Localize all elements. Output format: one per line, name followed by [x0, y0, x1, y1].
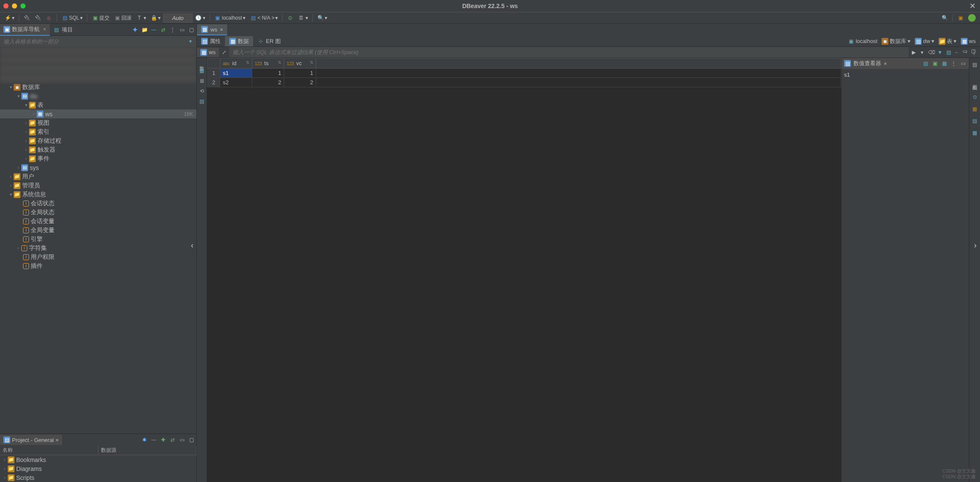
minimize-editor-icon[interactable]: ▭: [961, 48, 968, 55]
cell-ts[interactable]: 1: [252, 69, 284, 78]
splitter-right-icon[interactable]: ›: [974, 241, 977, 250]
tree-conn-blur-1[interactable]: [0, 47, 196, 56]
record-view-icon[interactable]: ⊞: [199, 77, 205, 84]
collapse-icon[interactable]: —: [150, 26, 157, 33]
disconnect-button[interactable]: 🔌: [33, 14, 43, 22]
col-datasource[interactable]: 数据源: [98, 446, 197, 455]
breadcrumb-tables[interactable]: 📁表 ▾: [937, 37, 958, 46]
metadata-toggle-icon[interactable]: ▦: [971, 129, 979, 137]
filter-dropdown-icon[interactable]: ▾: [919, 49, 925, 56]
grid-mode-text-button[interactable]: 短文: [199, 60, 205, 64]
tree-item-charsets[interactable]: ›i字符集: [0, 244, 196, 252]
cell-id[interactable]: s2: [220, 78, 252, 87]
sub-tab-er[interactable]: ⊹ER 图: [253, 36, 285, 46]
restore-pane-icon[interactable]: ▢: [188, 26, 195, 33]
link-icon[interactable]: ⇄: [169, 436, 176, 443]
col-name[interactable]: 名称: [0, 446, 98, 455]
grouping-toggle-icon[interactable]: ▤: [971, 117, 979, 125]
sort-icon[interactable]: ⇅: [310, 60, 313, 65]
tab-project[interactable]: ▤ 项目: [50, 24, 76, 35]
tree-conn-blur-3[interactable]: [0, 65, 196, 74]
apply-filter-icon[interactable]: ▶: [910, 49, 917, 56]
tree-item-admin[interactable]: ›📁管理员: [0, 181, 196, 190]
tree-item-procedures[interactable]: ›📁存储过程: [0, 136, 196, 145]
tree-item-global-vars[interactable]: i全局变量: [0, 226, 196, 235]
calc-toggle-icon[interactable]: ▦: [971, 105, 979, 113]
commit-button[interactable]: ▣提交: [90, 14, 111, 23]
minimize-window-button[interactable]: [12, 3, 17, 9]
new-connection-button[interactable]: ⚡▾: [3, 14, 16, 22]
cell-vc[interactable]: 1: [284, 69, 316, 78]
col-header-ts[interactable]: 123 ts⇅: [252, 58, 284, 69]
search-icon[interactable]: 🔍▾: [315, 14, 329, 22]
grid-view-icon[interactable]: ▦: [199, 67, 205, 74]
sql-table-badge[interactable]: ▦ws: [197, 48, 219, 57]
tree-item-indexes[interactable]: ›📁索引: [0, 127, 196, 136]
close-icon[interactable]: ✕: [969, 1, 976, 11]
vp-refresh-icon[interactable]: ▦: [941, 60, 948, 67]
vp-text-icon[interactable]: ▤: [922, 60, 929, 67]
folder-icon[interactable]: 📁: [141, 26, 148, 33]
project-scripts[interactable]: ›📁Scripts: [0, 473, 196, 482]
tree-conn-blur-4[interactable]: [0, 74, 196, 83]
project-diagrams[interactable]: ›📁Diagrams: [0, 464, 196, 473]
splitter-left-icon[interactable]: ‹: [191, 241, 193, 250]
connect-button[interactable]: 🔌: [22, 14, 32, 22]
breadcrumb-databases[interactable]: ▣数据库 ▾: [880, 37, 912, 46]
sub-tab-props[interactable]: ▤属性: [197, 36, 225, 46]
vp-menu-icon[interactable]: ⋮: [950, 60, 957, 67]
tree-item-users[interactable]: ›📁用户: [0, 172, 196, 181]
panels-toggle-icon[interactable]: ▤: [971, 60, 979, 69]
save-filter-icon[interactable]: ▤: [945, 49, 952, 56]
tree-item-user-privs[interactable]: i用户权限: [0, 252, 196, 261]
project-bookmarks[interactable]: ›📁Bookmarks: [0, 455, 196, 464]
breadcrumb-connection[interactable]: ▣localhost: [846, 37, 879, 46]
perspective-db-icon[interactable]: ▣: [955, 14, 966, 22]
breadcrumb-ws[interactable]: ▦ws: [959, 37, 977, 46]
tree-item-sys[interactable]: ›▤sys: [0, 163, 196, 172]
table-row[interactable]: 1 s1 1 1: [208, 69, 841, 78]
maximize-window-button[interactable]: [20, 3, 26, 9]
custom-filter-icon[interactable]: ▼: [937, 49, 943, 56]
tree-item-events[interactable]: ›📁事件: [0, 154, 196, 163]
dashboard-button[interactable]: ⊙: [285, 14, 295, 22]
tree-item-ws[interactable]: ›▦ws16K: [0, 109, 196, 118]
lock-button[interactable]: 🔒▾: [149, 14, 162, 22]
sql-filter-input[interactable]: [229, 47, 908, 57]
panels-icon[interactable]: ▤: [199, 98, 205, 105]
cell-ts[interactable]: 2: [252, 78, 284, 87]
cell-id[interactable]: s1: [220, 69, 252, 78]
calendar-button[interactable]: 🗓▾: [296, 14, 310, 22]
col-header-id[interactable]: abc id⇅: [220, 58, 252, 69]
link-icon[interactable]: ⇄: [160, 26, 167, 33]
tab-db-navigator[interactable]: ▣ 数据库导航 ×: [0, 24, 50, 36]
minimize-pane-icon[interactable]: ▭: [179, 436, 185, 443]
close-panel-icon[interactable]: ×: [884, 60, 887, 67]
settings-icon[interactable]: ✱: [141, 436, 148, 443]
expand-icon[interactable]: ⤢: [221, 49, 228, 56]
sub-tab-data[interactable]: ▦数据: [225, 36, 253, 46]
tree-item-plugins[interactable]: i插件: [0, 261, 196, 270]
panels-label[interactable]: 面板: [971, 72, 979, 89]
close-tab-icon[interactable]: ×: [43, 26, 46, 32]
nav-filter-input[interactable]: [0, 37, 185, 46]
value-panel-body[interactable]: s1: [842, 69, 969, 80]
sql-editor-button[interactable]: ▤SQL ▾: [60, 14, 84, 22]
col-header-vc[interactable]: 123 vc⇅: [284, 58, 316, 69]
cell-vc[interactable]: 2: [284, 78, 316, 87]
invalidate-button[interactable]: ⦸: [44, 14, 54, 22]
clear-filter-icon[interactable]: ⌫: [928, 49, 935, 56]
rownum-header[interactable]: [208, 58, 220, 69]
perspective-other-icon[interactable]: [966, 13, 977, 23]
sort-icon[interactable]: ⇅: [278, 60, 281, 65]
minimize-pane-icon[interactable]: ▭: [179, 26, 185, 33]
data-grid[interactable]: abc id⇅ 123 ts⇅ 123 vc⇅ 1 s1 1 1: [207, 58, 841, 482]
tree-item-dw[interactable]: ▾▤dw: [0, 92, 196, 100]
vp-save-icon[interactable]: ▣: [931, 60, 938, 67]
rollback-button[interactable]: ▣回滚: [112, 14, 133, 23]
restore-pane-icon[interactable]: ▢: [188, 436, 195, 443]
table-row[interactable]: 2 s2 2 2: [208, 78, 841, 87]
tree-item-views[interactable]: ›📁视图: [0, 118, 196, 127]
connection-combo[interactable]: ▣localhost ▾: [213, 14, 247, 22]
close-window-button[interactable]: [3, 3, 9, 9]
